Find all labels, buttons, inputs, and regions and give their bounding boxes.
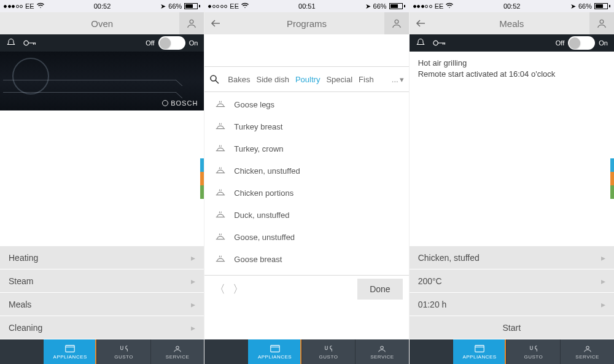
svg-rect-2 (66, 345, 74, 352)
wifi-icon (446, 2, 453, 10)
dish-icon (214, 166, 227, 175)
user-icon (391, 18, 402, 29)
location-icon: ➤ (365, 2, 371, 10)
brand-logo: BOSCH (162, 99, 198, 107)
category-side-dish[interactable]: Side dish (256, 75, 289, 84)
status-info: Hot air grilling Remote start activated … (410, 52, 614, 86)
tab-gusto[interactable]: GUSTO (96, 339, 150, 364)
carrier-label: EE (435, 2, 444, 10)
program-item[interactable]: Turkey, crown (204, 137, 408, 160)
chevron-right-icon: ▸ (601, 253, 605, 263)
tab-spacer (410, 339, 453, 364)
oven-hero-image: BOSCH (0, 52, 204, 110)
svg-point-1 (24, 41, 28, 45)
accent-strip (610, 158, 614, 199)
program-item[interactable]: Duck, unstuffed (204, 204, 408, 226)
battery-icon (184, 3, 200, 9)
program-item[interactable]: Chicken, unstuffed (204, 160, 408, 182)
chevron-right-icon: ▸ (191, 323, 195, 333)
row-steam[interactable]: Steam▸ (0, 269, 204, 293)
back-button[interactable] (416, 19, 426, 28)
bell-icon[interactable] (6, 38, 16, 48)
toggle-off-label: Off (146, 39, 154, 47)
page-title: Oven (91, 18, 113, 29)
tab-appliances[interactable]: APPLIANCES (453, 339, 507, 364)
program-list: Goose legs Turkey breast Turkey, crown C… (204, 92, 408, 271)
tab-appliances[interactable]: APPLIANCES (247, 339, 301, 364)
program-item[interactable]: Goose legs (204, 93, 408, 115)
svg-point-0 (190, 20, 193, 23)
svg-point-3 (176, 346, 179, 349)
row-heating[interactable]: Heating▸ (0, 246, 204, 269)
row-meals[interactable]: Meals▸ (0, 293, 204, 316)
appliance-status-band: Off On (410, 34, 614, 52)
row-cleaning[interactable]: Cleaning▸ (0, 316, 204, 339)
battery-pct: 66% (578, 2, 592, 10)
profile-button[interactable] (384, 12, 409, 34)
row-temperature[interactable]: 200°C▸ (410, 269, 614, 293)
program-item[interactable]: Turkey breast (204, 115, 408, 137)
category-bakes[interactable]: Bakes (228, 75, 250, 84)
tab-bar: APPLIANCES GUSTO SERVICE (410, 339, 614, 364)
nav-bar: Meals (410, 12, 614, 34)
tab-gusto[interactable]: GUSTO (301, 339, 355, 364)
done-button[interactable]: Done (357, 279, 402, 300)
back-button[interactable] (211, 19, 220, 28)
status-remote: Remote start activated at 16:04 o'clock (418, 69, 605, 80)
user-icon (596, 18, 607, 29)
profile-button[interactable] (589, 12, 614, 34)
category-poultry[interactable]: Poultry (295, 75, 320, 84)
nav-bar: Oven (0, 12, 204, 34)
chevron-right-icon: ▸ (191, 276, 195, 286)
wifi-icon (241, 2, 249, 10)
user-icon (186, 18, 197, 29)
svg-point-7 (381, 346, 384, 349)
power-toggle[interactable] (568, 36, 595, 50)
svg-point-5 (211, 76, 216, 81)
dish-icon (214, 144, 227, 153)
search-icon (209, 74, 219, 84)
meal-settings-list: Chicken, stuffed▸ 200°C▸ 01:20 h▸ Start (410, 246, 614, 339)
key-icon[interactable] (433, 39, 446, 47)
signal-dots-icon (4, 5, 23, 8)
dish-icon (214, 233, 227, 241)
start-button[interactable]: Start (410, 316, 614, 339)
status-bar: EE 00:52 ➤ 66% (0, 0, 204, 12)
dish-icon (214, 188, 227, 197)
search-button[interactable] (209, 74, 222, 84)
row-meal-name[interactable]: Chicken, stuffed▸ (410, 246, 614, 269)
svg-point-11 (586, 346, 589, 349)
program-item[interactable]: Goose breast (204, 248, 408, 270)
battery-icon (389, 3, 405, 9)
location-icon: ➤ (160, 2, 166, 10)
service-icon (172, 344, 183, 353)
power-toggle[interactable] (158, 36, 185, 50)
tab-bar: APPLIANCES GUSTO SERVICE (0, 339, 204, 364)
tab-gusto[interactable]: GUSTO (506, 339, 560, 364)
category-more[interactable]: ... ▾ (392, 75, 404, 84)
toggle-off-label: Off (556, 39, 564, 47)
svg-point-8 (600, 20, 604, 23)
profile-button[interactable] (179, 12, 204, 34)
service-icon (376, 344, 387, 353)
appliance-status-band: Off On (0, 34, 204, 52)
tab-service[interactable]: SERVICE (560, 339, 614, 364)
wifi-icon (37, 2, 44, 10)
category-special[interactable]: Special (326, 75, 352, 84)
category-fish[interactable]: Fish (359, 75, 374, 84)
key-icon[interactable] (23, 39, 37, 47)
tab-service[interactable]: SERVICE (355, 339, 408, 364)
page-next[interactable]: 〉 (229, 282, 247, 296)
program-item[interactable]: Chicken portions (204, 182, 408, 204)
tab-service[interactable]: SERVICE (150, 339, 204, 364)
bell-icon[interactable] (416, 38, 426, 48)
program-item[interactable]: Goose, unstuffed (204, 226, 408, 248)
page-prev[interactable]: 〈 (211, 282, 229, 296)
battery-icon (594, 3, 610, 9)
tab-appliances[interactable]: APPLIANCES (43, 339, 96, 364)
oven-function-list: Heating▸ Steam▸ Meals▸ Cleaning▸ (0, 246, 204, 339)
gusto-icon (323, 344, 334, 353)
category-filter-row: Bakes Side dish Poultry Special Fish ...… (204, 66, 408, 92)
screen-meals: EE 00:52 ➤ 66% Meals (410, 0, 614, 364)
row-duration[interactable]: 01:20 h▸ (410, 293, 614, 316)
